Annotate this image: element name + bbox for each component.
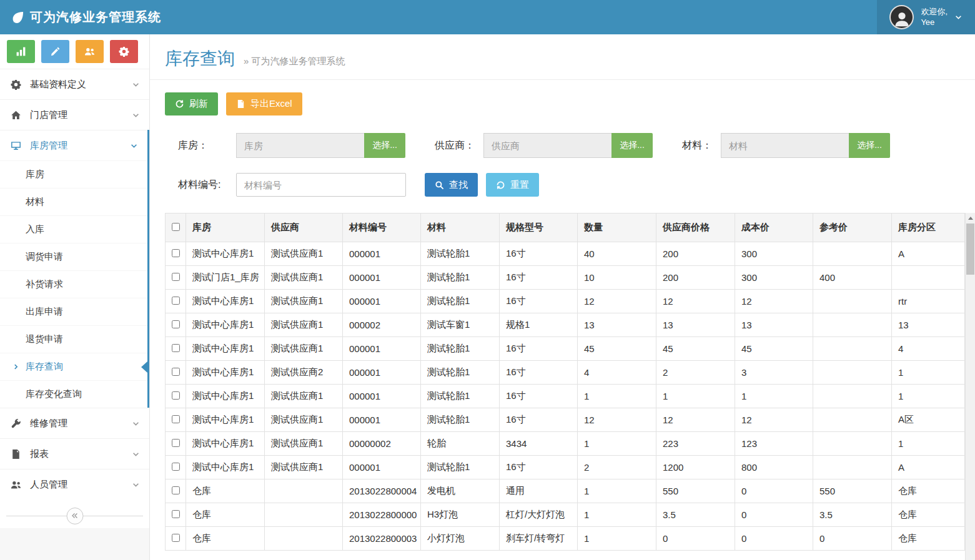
- row-checkbox[interactable]: [172, 344, 180, 352]
- export-button-label: 导出Excel: [250, 98, 292, 110]
- refresh-button[interactable]: 刷新: [165, 92, 218, 115]
- sidebar-collapse-button[interactable]: [66, 508, 83, 524]
- table-row[interactable]: 测试中心库房1测试供应商100000002轮胎343412231231: [166, 432, 965, 456]
- table-row[interactable]: 测试门店1_库房测试供应商1000001测试轮胎116寸10200300400: [166, 266, 965, 290]
- row-checkbox[interactable]: [172, 486, 180, 494]
- table-cell: 45: [656, 337, 735, 361]
- row-checkbox[interactable]: [172, 391, 180, 400]
- table-row[interactable]: 测试中心库房1测试供应商1000001测试轮胎116寸4545454: [166, 337, 965, 361]
- sidebar-item-base-data[interactable]: 基础资料定义: [0, 69, 149, 99]
- table-row[interactable]: 测试中心库房1测试供应商1000002测试车窗1规格113131313: [166, 313, 965, 337]
- material-no-label: 材料编号:: [165, 179, 235, 192]
- select-all-checkbox[interactable]: [172, 223, 180, 231]
- column-header: 参考价: [813, 214, 892, 242]
- table-cell: 测试轮胎1: [421, 408, 500, 432]
- material-input[interactable]: [721, 133, 849, 158]
- checkbox-cell: [166, 361, 186, 385]
- sidebar-item-reports[interactable]: 报表: [0, 438, 149, 469]
- table-cell: 0: [735, 503, 813, 527]
- row-checkbox[interactable]: [172, 439, 180, 447]
- reset-button[interactable]: 重置: [486, 173, 539, 197]
- table-cell: 刹车灯/转弯灯: [500, 527, 578, 551]
- table-cell: 测试中心库房1: [186, 242, 265, 266]
- table-cell: 40: [578, 242, 656, 266]
- table-row[interactable]: 测试中心库房1测试供应商1000001测试轮胎116寸1111: [166, 385, 965, 408]
- sidebar-subitem[interactable]: 库存查询: [0, 353, 147, 380]
- quick-button-bar-chart[interactable]: [7, 40, 35, 63]
- table-cell: 测试中心库房1: [186, 432, 265, 456]
- table-cell: 0: [656, 527, 735, 551]
- scroll-up-arrow[interactable]: [966, 213, 975, 224]
- sidebar-subitem[interactable]: 出库申请: [0, 298, 147, 325]
- search-button[interactable]: 查找: [425, 173, 478, 197]
- export-excel-button[interactable]: 导出Excel: [226, 92, 302, 115]
- row-checkbox[interactable]: [172, 320, 180, 328]
- row-checkbox[interactable]: [172, 510, 180, 518]
- sidebar-item-repair-mgmt[interactable]: 维修管理: [0, 408, 149, 438]
- table-row[interactable]: 测试中心库房1测试供应商1000001测试轮胎116寸121212A区: [166, 408, 965, 432]
- table-cell: 2013022800003: [343, 527, 421, 551]
- user-name: Yee: [921, 17, 948, 28]
- table-cell: 4: [578, 361, 656, 385]
- table-cell: [813, 242, 892, 266]
- row-checkbox[interactable]: [172, 534, 180, 542]
- table-cell: 000001: [343, 456, 421, 479]
- row-checkbox[interactable]: [172, 249, 180, 257]
- desktop-icon: [9, 140, 22, 151]
- sidebar-item-label: 维修管理: [30, 418, 132, 430]
- sidebar-subitem[interactable]: 库房: [0, 160, 147, 188]
- supplier-select-button[interactable]: 选择...: [611, 133, 653, 158]
- table-header-row: 库房供应商材料编号材料规格型号数量供应商价格成本价参考价库房分区: [166, 214, 965, 242]
- quick-button-users[interactable]: [76, 40, 104, 63]
- table-cell: 13: [578, 313, 656, 337]
- table-section: 库房供应商材料编号材料规格型号数量供应商价格成本价参考价库房分区 测试中心库房1…: [165, 213, 975, 560]
- scrollbar-thumb[interactable]: [966, 224, 974, 275]
- row-checkbox[interactable]: [172, 368, 180, 376]
- table-cell: 测试供应商1: [265, 290, 343, 313]
- sidebar-item-staff-mgmt[interactable]: 人员管理: [0, 469, 149, 499]
- checkbox-cell: [166, 266, 186, 290]
- sidebar-subitem[interactable]: 材料: [0, 188, 147, 215]
- material-select-button[interactable]: 选择...: [849, 133, 890, 158]
- sidebar-subitem[interactable]: 调货申请: [0, 243, 147, 270]
- bar-chart-icon: [16, 46, 26, 57]
- row-checkbox[interactable]: [172, 463, 180, 471]
- warehouse-select-button[interactable]: 选择...: [364, 133, 405, 158]
- sidebar-subitem[interactable]: 库存变化查询: [0, 380, 147, 408]
- warehouse-input[interactable]: [236, 133, 364, 158]
- row-checkbox[interactable]: [172, 297, 180, 305]
- table-cell: A: [892, 456, 965, 479]
- sidebar-subitem[interactable]: 补货请求: [0, 270, 147, 298]
- row-checkbox[interactable]: [172, 273, 180, 281]
- vertical-scrollbar[interactable]: [965, 213, 975, 560]
- row-checkbox[interactable]: [172, 415, 180, 423]
- table-cell: 1200: [656, 456, 735, 479]
- table-row[interactable]: 测试中心库房1测试供应商1000001测试轮胎116寸21200800A: [166, 456, 965, 479]
- user-menu[interactable]: 欢迎你, Yee: [877, 0, 975, 34]
- table-cell: [265, 503, 343, 527]
- sidebar-item-store-mgmt[interactable]: 门店管理: [0, 99, 149, 130]
- sidebar-item-warehouse-mgmt[interactable]: 库房管理: [0, 130, 147, 160]
- table-row[interactable]: 仓库2013022800004发电机通用15500550仓库: [166, 479, 965, 503]
- supplier-input[interactable]: [483, 133, 611, 158]
- sidebar-subitem[interactable]: 入库: [0, 215, 147, 243]
- table-cell: 16寸: [500, 385, 578, 408]
- material-no-input[interactable]: [236, 173, 406, 197]
- table-row[interactable]: 测试中心库房1测试供应商1000001测试轮胎116寸121212rtr: [166, 290, 965, 313]
- sidebar-subitem[interactable]: 退货申请: [0, 325, 147, 353]
- main-content: 库存查询 » 可为汽修业务管理系统 刷新 导出Excel 库房：: [150, 34, 975, 560]
- table-cell: [265, 527, 343, 551]
- table-cell: 测试轮胎1: [421, 385, 500, 408]
- table-cell: 测试供应商1: [265, 385, 343, 408]
- sidebar-quick-row: [0, 34, 149, 69]
- quick-button-gear[interactable]: [110, 40, 138, 63]
- reset-button-label: 重置: [510, 179, 529, 191]
- table-row[interactable]: 仓库2013022800003小灯灯泡刹车灯/转弯灯1000仓库: [166, 527, 965, 551]
- chevron-down-icon: [954, 13, 963, 21]
- table-row[interactable]: 测试中心库房1测试供应商2000001测试轮胎116寸4231: [166, 361, 965, 385]
- table-cell: 2: [656, 361, 735, 385]
- table-row[interactable]: 仓库2013022800000H3灯泡杠灯/大灯灯泡13.503.5仓库: [166, 503, 965, 527]
- table-cell: 550: [656, 479, 735, 503]
- table-row[interactable]: 测试中心库房1测试供应商1000001测试轮胎116寸40200300A: [166, 242, 965, 266]
- quick-button-pencil[interactable]: [41, 40, 69, 63]
